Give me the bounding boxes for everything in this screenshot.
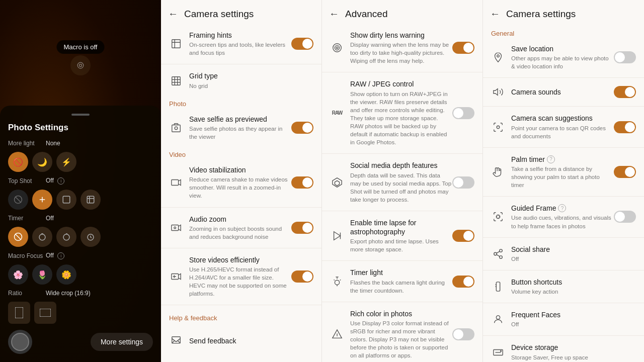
general-label: General [483,26,644,39]
save-selfie-toggle[interactable] [291,122,313,134]
macro-focus-btn3[interactable]: 🌼 [56,264,76,285]
save-selfie-icon [169,121,183,135]
timer-light-content: Timer light Flashes the back camera ligh… [350,268,452,294]
svg-line-7 [15,234,21,240]
timer-light-desc: Flashes the back camera light during the… [350,279,452,295]
night-btn[interactable]: 🌙 [32,152,52,172]
help-feedback-section: Help & feedback [161,307,321,329]
top-shot-btn4[interactable] [80,190,101,210]
store-video-content: Store videos efficiently Use H.265/HEVC … [189,255,291,298]
palm-timer-info-icon[interactable]: ? [547,155,555,163]
svg-point-1 [79,64,82,67]
svg-point-41 [500,255,503,258]
macro-focus-btn2[interactable]: 🌷 [32,264,52,285]
more-settings-button[interactable]: More settings [91,333,153,351]
more-light-row: More light None [8,140,153,147]
camera-settings-back[interactable]: ← [168,8,178,20]
shutter-button[interactable] [8,330,32,354]
social-depth-title: Social media depth features [350,161,452,170]
flash-btn[interactable]: ⚡ [56,152,76,172]
timer-light-toggle[interactable] [452,276,474,288]
timer-off-btn[interactable] [8,227,28,247]
timelapse-title: Enable time lapse for astrophotography [350,218,452,236]
social-share-item[interactable]: Social share Off [483,240,644,268]
camera-sounds-content: Camera sounds [511,87,614,97]
save-location-toggle[interactable] [614,51,636,63]
scan-suggestions-toggle[interactable] [614,121,636,133]
no-flash-btn[interactable]: 🚫 [8,152,28,172]
adv-divider-5 [322,302,482,302]
camera-settings2-back[interactable]: ← [490,8,500,20]
social-depth-item: Social media depth features Depth data w… [322,156,482,209]
audio-zoom-item: Audio zoom Zooming in on subject boosts … [161,210,321,246]
save-selfie-item: Save selfie as previewed Save selfie pho… [161,110,321,146]
frequent-faces-item[interactable]: Frequent Faces Off [483,305,644,333]
top-shot-label: Top Shot [8,177,46,185]
dirty-lens-toggle[interactable] [452,42,474,54]
ratio-label: Ratio [8,290,46,297]
raw-jpeg-toggle[interactable] [452,107,474,119]
dirty-lens-icon [330,41,344,55]
save-location-content: Save location Other apps may be able to … [511,44,614,70]
guided-frame-toggle[interactable] [614,211,636,223]
audio-zoom-toggle[interactable] [291,222,313,234]
video-stab-item: Video stabilization Reduce camera shake … [161,160,321,205]
ratio-landscape-btn[interactable] [34,302,56,324]
top-shot-on-btn[interactable] [32,190,52,210]
camera-sounds-toggle[interactable] [614,86,636,98]
cs2-divider-4 [483,196,644,197]
svg-line-3 [15,197,21,203]
advanced-back[interactable]: ← [329,8,339,20]
advanced-title: Advanced [345,9,388,20]
raw-jpeg-content: RAW / JPEG control Show option to turn o… [350,79,452,146]
audio-zoom-title: Audio zoom [189,215,291,224]
video-section-label: Video [161,146,321,160]
icon-grid-1: 🚫 🌙 ⚡ [8,152,153,172]
send-feedback-item[interactable]: Send feedback [161,329,321,353]
framing-hints-toggle[interactable] [291,38,313,50]
ratio-row: Ratio Wide crop (16:9) [8,290,153,297]
macro-focus-info-icon[interactable]: i [57,252,64,259]
icon-grid-4: 🌸 🌷 🌼 [8,264,153,285]
divider-1 [161,64,321,64]
camera-sounds-item: Camera sounds [483,80,644,104]
button-shortcuts-item[interactable]: Button shortcuts Volume key action [483,273,644,301]
svg-marker-31 [334,232,341,240]
device-storage-item[interactable]: Device storage Storage Saver, Free up sp… [483,338,644,362]
timelapse-toggle[interactable] [452,230,474,242]
frequent-faces-title: Frequent Faces [511,310,636,319]
social-share-content: Social share Off [511,245,636,263]
grid-type-item[interactable]: Grid type No grid [161,66,321,95]
store-video-toggle[interactable] [291,270,313,283]
scan-suggestions-content: Camera scan suggestions Point your camer… [511,114,614,140]
timer-10s-btn[interactable] [56,227,76,247]
top-shot-off-btn[interactable] [8,190,28,210]
divider-2 [161,207,321,208]
drag-handle [71,114,90,116]
dirty-lens-item: Show dirty lens warning Display warning … [322,26,482,70]
raw-jpeg-title: RAW / JPEG control [350,79,452,88]
framing-hints-icon [169,37,183,51]
macro-focus-label: Macro Focus [8,252,46,259]
timer-3s-btn[interactable] [32,227,52,247]
rich-color-toggle[interactable] [452,328,474,340]
ratio-portrait-btn[interactable] [8,302,30,324]
palm-timer-toggle[interactable] [614,166,636,178]
social-depth-toggle[interactable] [452,176,474,189]
macro-off-badge: Macro is off [57,40,105,54]
video-stab-toggle[interactable] [291,176,313,189]
timer-custom-btn[interactable] [80,227,101,247]
cs2-divider-3 [483,147,644,148]
scan-suggestions-desc: Point your camera to scan QR codes and d… [511,124,614,140]
save-selfie-desc: Save selfie photos as they appear in the… [189,125,291,141]
guided-frame-info-icon[interactable]: ? [558,204,566,212]
timer-light-item: Timer light Flashes the back camera ligh… [322,263,482,299]
svg-point-20 [175,127,178,129]
svg-rect-13 [172,40,181,48]
top-shot-alt-btn[interactable] [56,190,76,210]
video-stab-content: Video stabilization Reduce camera shake … [189,165,291,200]
camera-sounds-title: Camera sounds [511,87,614,97]
top-shot-info-icon[interactable]: i [57,177,64,185]
shutter-row: More settings [8,330,153,354]
macro-focus-btn1[interactable]: 🌸 [8,264,28,285]
